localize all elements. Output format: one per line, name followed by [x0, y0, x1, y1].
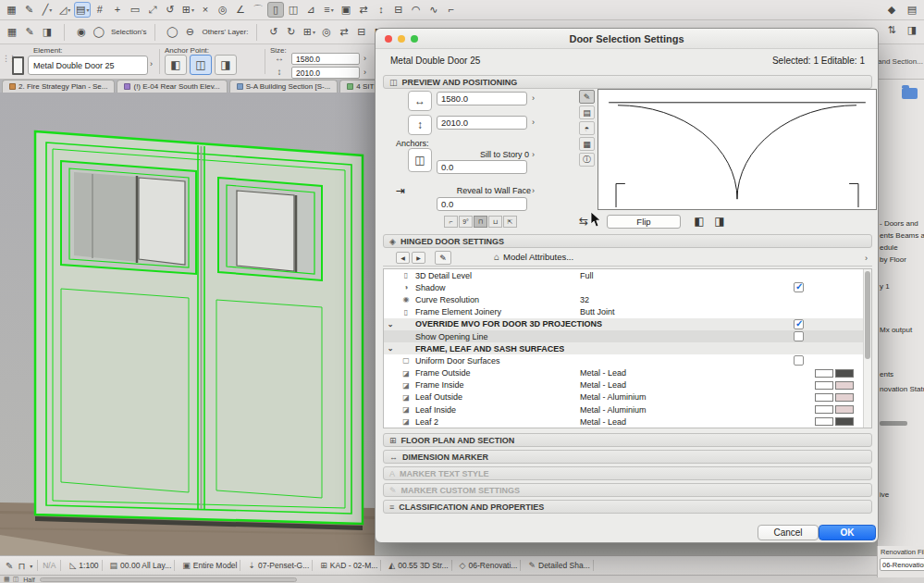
- panel-scrollbar[interactable]: [880, 421, 907, 426]
- page-prev-button[interactable]: ◀: [396, 252, 410, 264]
- close-window-icon[interactable]: [385, 35, 392, 43]
- bottom-strip-icon[interactable]: ◫: [13, 576, 19, 583]
- toolbar-icon[interactable]: ≡▾: [320, 2, 337, 18]
- toolbar-icon[interactable]: ⌐: [443, 2, 460, 18]
- toolbar-icon[interactable]: ↻: [283, 24, 300, 40]
- width-field[interactable]: 1580.0: [291, 53, 360, 65]
- parameter-value[interactable]: Metal - Aluminium: [580, 392, 794, 402]
- quick-option-dropdown[interactable]: ⇣ 07-Penset-G...: [244, 560, 316, 571]
- door-height-button[interactable]: ↕: [408, 115, 432, 135]
- collapse-chevron-icon[interactable]: ⌄: [384, 320, 397, 329]
- page-next-button[interactable]: ▶: [412, 252, 425, 264]
- anchor-toggle-button[interactable]: 9°: [459, 216, 473, 228]
- toolbar-icon[interactable]: ⤢: [144, 2, 161, 18]
- reveal-field[interactable]: 0.0: [437, 197, 527, 211]
- material-color-swatch[interactable]: [835, 381, 854, 390]
- parameter-row[interactable]: Show Opening Line: [384, 330, 863, 342]
- parameter-checkbox[interactable]: [794, 319, 804, 329]
- toolbar-icon[interactable]: ⊿: [302, 2, 319, 18]
- parameter-value[interactable]: Metal - Lead: [580, 380, 794, 390]
- reveal-chevron-icon[interactable]: ›: [532, 186, 535, 195]
- section-dimension-marker[interactable]: ↔ DIMENSION MARKER: [383, 450, 872, 464]
- preview-mode-button[interactable]: ✎: [579, 90, 595, 104]
- section-classification-and-properties[interactable]: ≡ CLASSIFICATION AND PROPERTIES: [383, 500, 872, 514]
- pen-swatch[interactable]: [815, 393, 833, 402]
- toolbar-icon[interactable]: ⊞▾: [179, 2, 196, 18]
- quick-option-dropdown[interactable]: ▣ Entire Model: [179, 560, 244, 571]
- view-tab[interactable]: 2. Fire Strategy Plan - Se...: [2, 80, 115, 93]
- parameter-checkbox[interactable]: [794, 282, 804, 292]
- toolbar-icon[interactable]: ⇄: [336, 24, 352, 40]
- toolbar-icon[interactable]: ◨: [904, 22, 920, 38]
- panel-list-item[interactable]: ents Beams a...: [880, 231, 924, 240]
- sill-chevron-icon[interactable]: ›: [532, 150, 535, 159]
- panel-list-item[interactable]: y 1: [880, 282, 890, 291]
- layer-tool-icon[interactable]: ⊖: [181, 24, 198, 40]
- anchor-toggle-button[interactable]: ⌐: [444, 216, 458, 228]
- parameter-row[interactable]: ▯ 3D Detail Level Full: [384, 269, 863, 281]
- panel-list-item[interactable]: edule: [880, 243, 898, 252]
- anchor-toggle-button[interactable]: ⇱: [503, 216, 517, 228]
- toolbar-icon[interactable]: ▤: [904, 2, 920, 18]
- quick-option-dropdown[interactable]: ✎ Detailed Sha...: [524, 560, 597, 571]
- material-color-swatch[interactable]: [835, 369, 854, 378]
- toolbar-icon[interactable]: ╱▾: [39, 2, 55, 18]
- pen-swatch[interactable]: [815, 369, 833, 378]
- toolbar-icon[interactable]: ▤▾: [74, 2, 91, 18]
- toolbar-icon[interactable]: ✎: [21, 2, 38, 18]
- quick-option-dropdown[interactable]: ◇ 06-Renovati...: [456, 560, 525, 571]
- zoom-window-icon[interactable]: [411, 35, 418, 43]
- height-chevron-icon[interactable]: ›: [532, 118, 535, 127]
- panel-list-item[interactable]: ive: [880, 490, 889, 499]
- toolbar-icon[interactable]: ⊟: [390, 2, 407, 18]
- dialog-titlebar[interactable]: Door Selection Settings: [376, 29, 878, 49]
- toolbar-icon[interactable]: #: [92, 2, 108, 18]
- section-hinged-door-settings[interactable]: ◈ HINGED DOOR SETTINGS: [383, 234, 872, 248]
- toolbar-icon[interactable]: ◎: [318, 24, 335, 40]
- parameter-value[interactable]: Butt Joint: [580, 307, 794, 316]
- parameter-row[interactable]: ◪ Leaf Inside Metal - Aluminium: [384, 403, 863, 416]
- pen-swatch[interactable]: [815, 381, 833, 390]
- element-combo-chevron-icon[interactable]: ›: [150, 59, 153, 68]
- toolbar-icon[interactable]: ⇅: [883, 22, 900, 38]
- toolbar-icon[interactable]: ↕: [373, 2, 389, 18]
- toolbar-icon[interactable]: ◨: [39, 24, 55, 40]
- section-floor-plan-and-section[interactable]: ⊞ FLOOR PLAN AND SECTION: [383, 433, 872, 447]
- cancel-button[interactable]: Cancel: [758, 525, 819, 540]
- parameter-value[interactable]: Metal - Aluminium: [580, 405, 794, 415]
- settings-pencil-button[interactable]: ✎: [435, 251, 451, 265]
- toolbar-icon[interactable]: +: [109, 2, 126, 18]
- sill-field[interactable]: 0.0: [437, 160, 527, 174]
- leaf-left-icon[interactable]: ◧: [691, 214, 708, 229]
- layer-tool-icon[interactable]: ◯: [164, 24, 180, 40]
- parameter-row[interactable]: ▯ Frame Element Joinery Butt Joint: [384, 306, 863, 318]
- anchor-point-button[interactable]: ◫: [190, 55, 212, 75]
- preview-mode-button[interactable]: ▦: [579, 137, 595, 151]
- toolbar-icon[interactable]: ×: [197, 2, 214, 18]
- bottom-strip-icon[interactable]: ▦: [4, 576, 10, 583]
- anchor-point-button[interactable]: ◨: [215, 55, 237, 75]
- height-field[interactable]: 2010.0: [291, 67, 360, 79]
- selected-door[interactable]: [35, 131, 363, 530]
- pen-swatch[interactable]: [815, 417, 833, 426]
- material-color-swatch[interactable]: [835, 405, 854, 414]
- parameter-value[interactable]: 32: [580, 295, 794, 304]
- model-attributes-dropdown[interactable]: ⌂ Model Attributes...: [494, 252, 573, 262]
- parameter-value[interactable]: Full: [580, 271, 794, 280]
- toolbar-icon[interactable]: ◆: [883, 2, 900, 18]
- toolbar-icon[interactable]: ◠: [408, 2, 425, 18]
- toolbar-icon[interactable]: ◫: [285, 2, 302, 18]
- ok-button[interactable]: OK: [819, 525, 876, 540]
- door-width-field[interactable]: 1580.0: [437, 92, 527, 105]
- panel-list-item[interactable]: by Floor: [880, 255, 906, 264]
- toolbar-icon[interactable]: ▯: [267, 2, 284, 18]
- view-tab[interactable]: (!) E-04 Rear South Elev...: [117, 80, 227, 93]
- pen-swatch[interactable]: [815, 405, 833, 414]
- parameter-row[interactable]: ◪ Frame Inside Metal - Lead: [384, 379, 863, 391]
- door-height-field[interactable]: 2010.0: [437, 116, 527, 130]
- toolbar-icon[interactable]: ✎: [21, 24, 38, 40]
- door-preview-canvas[interactable]: [598, 89, 877, 210]
- collapse-chevron-icon[interactable]: ⌄: [384, 344, 397, 353]
- anchor-point-button[interactable]: ◧: [165, 55, 187, 75]
- toolbar-icon[interactable]: ⇄: [355, 2, 372, 18]
